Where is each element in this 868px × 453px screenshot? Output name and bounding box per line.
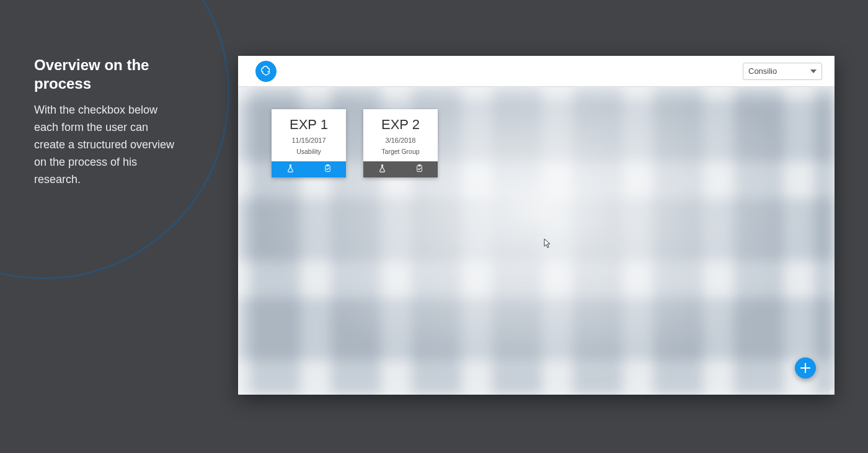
experiment-card-body: EXP 1 11/15/2017 Usability: [272, 109, 346, 161]
app-body: EXP 1 11/15/2017 Usability EXP 2 3/16/2: [238, 87, 835, 395]
experiment-footer: [363, 161, 438, 177]
flask-icon[interactable]: [378, 164, 387, 176]
clipboard-icon[interactable]: [323, 164, 332, 176]
experiment-title: EXP 2: [367, 117, 434, 133]
clipboard-icon[interactable]: [415, 164, 424, 176]
overlay-title: Overview on the process: [34, 56, 180, 93]
experiment-card-list: EXP 1 11/15/2017 Usability EXP 2 3/16/2: [272, 109, 438, 177]
experiment-card-body: EXP 2 3/16/2018 Target Group: [363, 109, 438, 161]
experiment-date: 11/15/2017: [275, 137, 342, 144]
overlay-body: With the checkbox below each form the us…: [34, 102, 180, 188]
brand-icon[interactable]: [255, 61, 277, 82]
flask-icon[interactable]: [286, 164, 295, 176]
app-window: Consilio EXP 1 11/15/2017 Usability: [238, 56, 835, 395]
scrollbar-corner: [830, 390, 835, 395]
project-select[interactable]: Consilio: [743, 63, 822, 80]
experiment-tag: Target Group: [367, 148, 434, 155]
app-header: Consilio: [238, 56, 835, 87]
experiment-title: EXP 1: [275, 117, 342, 133]
experiment-card[interactable]: EXP 1 11/15/2017 Usability: [272, 109, 346, 177]
add-experiment-button[interactable]: [795, 357, 816, 379]
experiment-card[interactable]: EXP 2 3/16/2018 Target Group: [363, 109, 438, 177]
overlay-caption: Overview on the process With the checkbo…: [34, 56, 180, 188]
experiment-footer: [272, 161, 346, 177]
experiment-tag: Usability: [275, 148, 342, 155]
experiment-date: 3/16/2018: [367, 137, 434, 144]
